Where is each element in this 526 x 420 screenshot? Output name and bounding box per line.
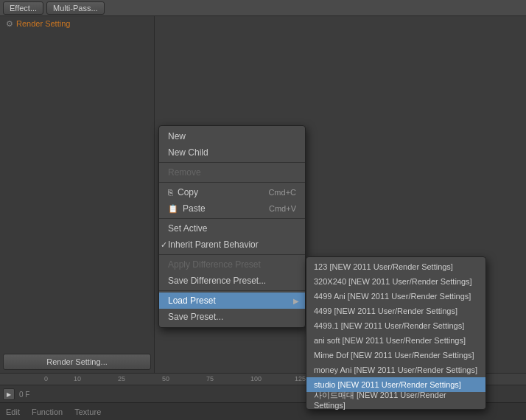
ruler-tick-100: 100 [250, 374, 262, 385]
top-toolbar: Effect... Multi-Pass... [0, 0, 526, 16]
tree-item[interactable]: ⚙ Render Setting [0, 16, 154, 31]
paste-icon: 📋 [168, 204, 178, 214]
gear-icon: ⚙ [6, 19, 13, 29]
menu-remove: Remove [159, 164, 305, 181]
submenu-123[interactable]: 123 [NEW 2011 User/Render Settings] [306, 259, 485, 274]
menu-save-preset[interactable]: Save Preset... [159, 309, 305, 325]
multipass-button[interactable]: Multi-Pass... [46, 1, 105, 15]
copy-icon: ⎘ [168, 188, 173, 197]
separator-4 [159, 254, 305, 255]
menu-new-child[interactable]: New Child [159, 144, 305, 161]
frame-display: 0 F [19, 391, 29, 399]
left-panel: ⚙ Render Setting Render Setting... [0, 16, 155, 373]
load-preset-arrow: ▶ [293, 297, 299, 305]
effect-button[interactable]: Effect... [3, 1, 43, 15]
menu-paste[interactable]: 📋 Paste Cmd+V [159, 200, 305, 217]
copy-shortcut: Cmd+C [268, 188, 296, 197]
separator-5 [159, 290, 305, 291]
bottom-texture[interactable]: Texture [74, 407, 101, 416]
submenu-money-ani[interactable]: money Ani [NEW 2011 User/Render Settings… [306, 363, 485, 377]
ruler-tick-0: 0 [44, 374, 48, 385]
tree-item-label: Render Setting [16, 19, 70, 28]
menu-set-active[interactable]: Set Active [159, 220, 305, 237]
bottom-function[interactable]: Function [32, 407, 63, 416]
menu-save-diff[interactable]: Save Difference Preset... [159, 273, 305, 289]
separator-2 [159, 182, 305, 183]
submenu-4499[interactable]: 4499 [NEW 2011 User/Render Settings] [306, 304, 485, 318]
ruler-tick-125: 125 [295, 374, 306, 385]
render-setting-button[interactable]: Render Setting... [3, 354, 151, 370]
submenu-mime-dof[interactable]: Mime Dof [NEW 2011 User/Render Settings] [306, 348, 485, 363]
ruler-tick-10: 10 [74, 374, 81, 385]
submenu-load-preset: 123 [NEW 2011 User/Render Settings] 320X… [306, 256, 486, 410]
submenu-320x240[interactable]: 320X240 [NEW 2011 User/Render Settings] [306, 274, 485, 289]
menu-load-preset[interactable]: Load Preset ▶ [159, 293, 305, 309]
ruler-tick-50: 50 [162, 374, 169, 385]
menu-apply-diff: Apply Difference Preset [159, 256, 305, 273]
submenu-4499-ani[interactable]: 4499 Ani [NEW 2011 User/Render Settings] [306, 289, 485, 304]
separator-1 [159, 162, 305, 163]
menu-copy[interactable]: ⎘ Copy Cmd+C [159, 184, 305, 200]
ruler-tick-25: 25 [118, 374, 125, 385]
submenu-side-media[interactable]: 사이드매대 [NEW 2011 User/Render Settings] [306, 392, 485, 407]
play-button[interactable]: ▶ [3, 388, 15, 400]
menu-new[interactable]: New [159, 128, 305, 144]
paste-shortcut: Cmd+V [269, 204, 296, 213]
separator-3 [159, 218, 305, 219]
context-menu: New New Child Remove ⎘ Copy Cmd+C 📋 Past… [158, 125, 306, 328]
bottom-edit[interactable]: Edit [6, 407, 20, 416]
submenu-4499-1[interactable]: 4499.1 [NEW 2011 User/Render Settings] [306, 318, 485, 333]
submenu-ani-soft[interactable]: ani soft [NEW 2011 User/Render Settings] [306, 333, 485, 348]
ruler-tick-75: 75 [206, 374, 214, 385]
menu-inherit-parent[interactable]: Inherit Parent Behavior [159, 237, 305, 253]
